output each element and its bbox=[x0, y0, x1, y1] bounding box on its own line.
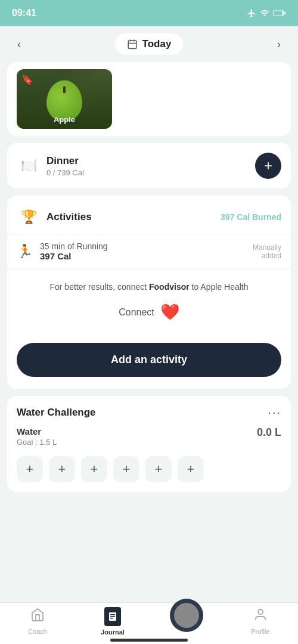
svg-rect-2 bbox=[284, 12, 285, 15]
connect-label[interactable]: Connect bbox=[119, 307, 154, 318]
running-icon: 🏃 bbox=[17, 244, 33, 259]
connect-message: For better results, connect Foodvisor to… bbox=[17, 281, 281, 293]
dinner-icon: 🍽️ bbox=[17, 154, 41, 178]
journal-label: Journal bbox=[101, 628, 125, 636]
heart-icon: ❤️ bbox=[160, 303, 179, 321]
water-goal: Goal : 1.5 L bbox=[17, 438, 57, 447]
airplane-icon bbox=[247, 8, 256, 18]
food-label: Apple bbox=[54, 115, 75, 124]
coach-icon bbox=[30, 608, 45, 626]
nav-profile[interactable]: Profile bbox=[243, 608, 278, 635]
home-indicator bbox=[110, 639, 188, 642]
activity-duration: 35 min bbox=[40, 242, 65, 251]
svg-rect-10 bbox=[110, 618, 113, 619]
status-time: 09:41 bbox=[12, 8, 36, 18]
status-icons bbox=[247, 8, 286, 18]
svg-rect-8 bbox=[110, 614, 115, 615]
profile-label: Profile bbox=[251, 628, 269, 635]
trophy-icon: 🏆 bbox=[17, 205, 41, 229]
water-plus-2[interactable]: + bbox=[49, 456, 75, 482]
main-content: ‹ Today › 🔖 Apple bbox=[0, 26, 298, 644]
coach-label: Coach bbox=[28, 628, 47, 635]
calendar-icon bbox=[127, 39, 138, 49]
water-plus-6[interactable]: + bbox=[178, 456, 204, 482]
nav-coach[interactable]: Coach bbox=[20, 608, 55, 635]
svg-point-11 bbox=[258, 609, 263, 614]
prev-day-button[interactable]: ‹ bbox=[10, 35, 29, 54]
water-amount: 0.0 L bbox=[257, 426, 281, 439]
journal-icon bbox=[104, 607, 121, 626]
activities-section: 🏆 Activities 397 Cal Burned 🏃 35 min of … bbox=[7, 196, 291, 389]
connect-section: For better results, connect Foodvisor to… bbox=[7, 268, 291, 343]
wifi-icon bbox=[260, 8, 269, 18]
activity-calories: 397 Cal bbox=[40, 251, 108, 261]
svg-rect-1 bbox=[274, 11, 283, 15]
battery-icon bbox=[273, 10, 286, 17]
dinner-calories: 0 / 739 Cal bbox=[46, 168, 84, 177]
activity-description: 35 min of Running bbox=[40, 242, 108, 251]
dinner-section: 🍽️ Dinner 0 / 739 Cal + bbox=[7, 143, 291, 188]
add-activity-button[interactable]: Add an activity bbox=[17, 343, 281, 377]
profile-icon bbox=[253, 608, 268, 626]
water-menu-button[interactable]: ··· bbox=[268, 405, 281, 419]
svg-rect-3 bbox=[128, 41, 136, 49]
dinner-title: Dinner bbox=[46, 155, 84, 167]
water-label: Water bbox=[17, 426, 57, 436]
water-plus-row: + + + + + + bbox=[17, 456, 281, 482]
status-bar: 09:41 bbox=[0, 0, 298, 26]
water-plus-5[interactable]: + bbox=[145, 456, 172, 482]
bottom-nav: Coach Journal Profile bbox=[0, 602, 298, 644]
date-title[interactable]: Today bbox=[115, 33, 184, 55]
water-challenge-title: Water Challenge bbox=[17, 407, 96, 419]
water-plus-4[interactable]: + bbox=[113, 456, 139, 482]
activity-row: 🏃 35 min of Running 397 Cal Manuallyadde… bbox=[7, 234, 291, 268]
food-card: 🔖 Apple bbox=[7, 62, 291, 136]
center-button-inner bbox=[174, 603, 199, 628]
nav-header: ‹ Today › bbox=[0, 26, 298, 62]
water-plus-3[interactable]: + bbox=[81, 456, 107, 482]
svg-rect-9 bbox=[110, 616, 115, 617]
cal-burned-label: 397 Cal Burned bbox=[221, 212, 281, 222]
water-plus-1[interactable]: + bbox=[17, 456, 43, 482]
add-dinner-button[interactable]: + bbox=[255, 153, 281, 179]
food-image: 🔖 Apple bbox=[17, 69, 112, 129]
next-day-button[interactable]: › bbox=[269, 35, 288, 54]
activity-type: of Running bbox=[67, 242, 108, 251]
activities-title: Activities bbox=[46, 211, 92, 223]
water-challenge-section: Water Challenge ··· Water Goal : 1.5 L 0… bbox=[7, 396, 291, 492]
manually-added-label: Manuallyadded bbox=[253, 243, 281, 260]
bookmark-icon: 🔖 bbox=[21, 74, 33, 85]
center-action-button[interactable] bbox=[170, 599, 203, 632]
nav-journal[interactable]: Journal bbox=[95, 607, 131, 636]
